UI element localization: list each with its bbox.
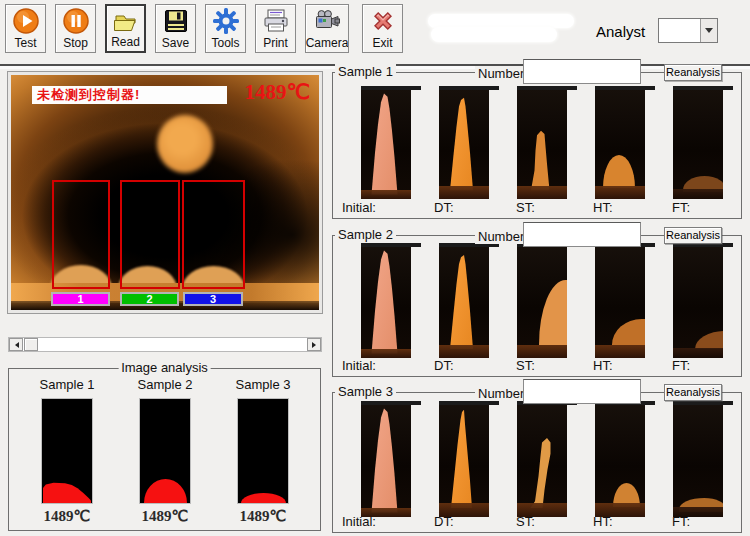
analyst-dropdown[interactable] xyxy=(658,18,718,43)
roi-rectangle-3[interactable] xyxy=(182,180,245,289)
sample-1-dt-thumbnail xyxy=(439,89,489,199)
redacted-area xyxy=(428,14,574,28)
floppy-disk-icon xyxy=(162,7,190,35)
melt-silhouette xyxy=(144,479,187,503)
sample-1-ht-thumbnail xyxy=(595,89,645,199)
analysis-sample-1-name: Sample 1 xyxy=(27,377,107,392)
sample-1-number-label: Number xyxy=(475,66,527,81)
save-button[interactable]: Save xyxy=(155,4,196,53)
sample-3-dt-thumbnail xyxy=(439,404,489,517)
printer-icon xyxy=(262,7,290,35)
video-camera-icon xyxy=(313,7,341,35)
melt-silhouette xyxy=(241,493,286,503)
sample-3-reanalysis-button[interactable]: Reanalysis xyxy=(664,384,722,401)
furnace-temperature: 1489℃ xyxy=(244,80,310,105)
test-button[interactable]: Test xyxy=(5,4,46,53)
sample-1-title: Sample 1 xyxy=(335,64,396,79)
stage-label-st: ST: xyxy=(516,358,535,373)
scroll-left-button[interactable] xyxy=(9,338,23,351)
arrow-left-icon xyxy=(12,342,19,348)
roi-rectangle-1[interactable] xyxy=(52,180,110,289)
tools-button-label: Tools xyxy=(211,36,239,51)
sample-1-initial-thumbnail xyxy=(361,89,411,199)
analysis-sample-3: Sample 3 1489℃ xyxy=(223,377,303,525)
sample-1-number-input[interactable] xyxy=(523,59,641,84)
analysis-sample-3-name: Sample 3 xyxy=(223,377,303,392)
roi-rectangle-2[interactable] xyxy=(120,180,180,289)
stage-label-initial: Initial: xyxy=(342,358,376,373)
stage-label-initial: Initial: xyxy=(342,200,376,215)
stop-button[interactable]: Stop xyxy=(55,4,96,53)
sample-2-number-label: Number xyxy=(475,229,527,244)
analysis-sample-2-name: Sample 2 xyxy=(125,377,205,392)
furnace-center-glow xyxy=(157,115,213,173)
save-button-label: Save xyxy=(162,36,189,51)
sample-3-panel: Sample 3 Number Reanalysis Initial: DT: … xyxy=(332,392,742,533)
analysis-sample-2-temperature: 1489℃ xyxy=(125,507,205,525)
sample-2-dt-thumbnail xyxy=(439,246,489,358)
toolbar: Test Stop Read Save Tools Print xyxy=(0,0,750,66)
stage-label-st: ST: xyxy=(516,514,535,529)
scroll-right-button[interactable] xyxy=(307,338,321,351)
controller-alert-banner: 未检测到控制器! xyxy=(32,86,227,104)
app-window: Test Stop Read Save Tools Print xyxy=(0,0,750,536)
analyst-dropdown-button[interactable] xyxy=(700,19,717,42)
analysis-sample-1-temperature: 1489℃ xyxy=(27,507,107,525)
sample-3-number-input[interactable] xyxy=(523,379,641,404)
tools-button[interactable]: Tools xyxy=(205,4,246,53)
sample-2-title: Sample 2 xyxy=(335,227,396,242)
sample-3-title: Sample 3 xyxy=(335,384,396,399)
roi-label-3: 3 xyxy=(183,292,243,306)
analysis-sample-2: Sample 2 1489℃ xyxy=(125,377,205,525)
stage-label-ft: FT: xyxy=(672,514,690,529)
analysis-sample-1: Sample 1 1489℃ xyxy=(27,377,107,525)
sample-3-initial-thumbnail xyxy=(361,404,411,517)
furnace-camera-view: 1 2 3 未检测到控制器! 1489℃ xyxy=(8,72,322,313)
exit-button[interactable]: Exit xyxy=(362,4,403,53)
stage-label-dt: DT: xyxy=(434,514,454,529)
analysis-sample-1-thumbnail xyxy=(41,398,93,504)
camera-feed: 1 2 3 未检测到控制器! 1489℃ xyxy=(11,75,319,310)
stage-label-dt: DT: xyxy=(434,358,454,373)
chevron-down-icon xyxy=(705,28,713,37)
sample-2-ht-thumbnail xyxy=(595,246,645,358)
sample-3-st-thumbnail xyxy=(517,404,567,517)
sample-1-panel: Sample 1 Number Reanalysis Initial: DT: … xyxy=(332,72,742,219)
camera-button[interactable]: Camera xyxy=(305,4,349,53)
stage-label-initial: Initial: xyxy=(342,514,376,529)
image-analysis-panel: Image analysis Sample 1 1489℃ Sample 2 1… xyxy=(8,368,321,531)
sample-3-number-label: Number xyxy=(475,386,527,401)
read-button[interactable]: Read xyxy=(105,4,146,53)
stage-label-dt: DT: xyxy=(434,200,454,215)
analysis-sample-3-thumbnail xyxy=(237,398,289,504)
stage-label-ht: HT: xyxy=(593,358,613,373)
analyst-label: Analyst xyxy=(596,23,645,40)
print-button-label: Print xyxy=(263,36,288,51)
sample-2-panel: Sample 2 Number Reanalysis Initial: DT: … xyxy=(332,235,742,377)
test-button-label: Test xyxy=(14,36,36,51)
sample-2-number-input[interactable] xyxy=(523,222,641,247)
melt-silhouette xyxy=(43,482,91,503)
stage-label-ht: HT: xyxy=(593,200,613,215)
sample-2-initial-thumbnail xyxy=(361,246,411,358)
stage-label-st: ST: xyxy=(516,200,535,215)
scrollbar-thumb[interactable] xyxy=(24,338,38,351)
arrow-right-icon xyxy=(312,342,319,348)
roi-label-1: 1 xyxy=(51,292,110,306)
camera-scrollbar[interactable] xyxy=(8,337,322,352)
analysis-sample-3-temperature: 1489℃ xyxy=(223,507,303,525)
read-button-label: Read xyxy=(111,35,140,50)
sample-1-ft-thumbnail xyxy=(673,89,723,199)
play-icon xyxy=(12,7,40,35)
image-analysis-title: Image analysis xyxy=(118,360,211,375)
sample-2-ft-thumbnail xyxy=(673,246,723,358)
print-button[interactable]: Print xyxy=(255,4,296,53)
sample-1-reanalysis-button[interactable]: Reanalysis xyxy=(664,64,722,81)
stop-button-label: Stop xyxy=(63,36,88,51)
sample-2-reanalysis-button[interactable]: Reanalysis xyxy=(664,227,722,244)
sample-3-ft-thumbnail xyxy=(673,404,723,517)
sample-1-st-thumbnail xyxy=(517,89,567,199)
stage-label-ft: FT: xyxy=(672,200,690,215)
open-folder-icon xyxy=(112,8,140,36)
analysis-sample-2-thumbnail xyxy=(139,398,191,504)
